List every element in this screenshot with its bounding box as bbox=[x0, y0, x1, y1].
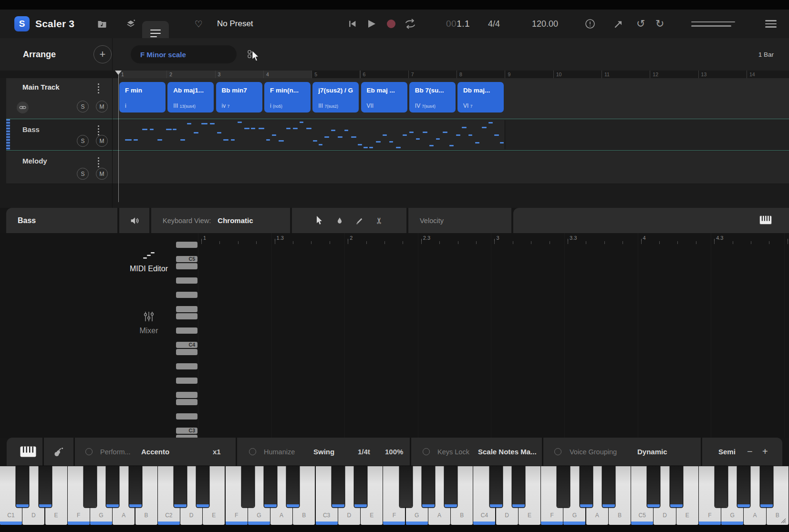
black-key[interactable] bbox=[602, 466, 615, 507]
perform-toggle[interactable] bbox=[85, 438, 93, 466]
black-key[interactable] bbox=[647, 466, 660, 507]
black-key[interactable] bbox=[174, 466, 187, 507]
roll-black-key[interactable] bbox=[176, 248, 197, 256]
roll-white-key[interactable] bbox=[176, 306, 197, 313]
black-key[interactable] bbox=[445, 466, 457, 507]
guitar-mode-button[interactable] bbox=[44, 438, 73, 466]
undo-button[interactable]: ↺ bbox=[636, 10, 645, 38]
main-menu-button[interactable] bbox=[765, 10, 777, 38]
pencil-tool-icon[interactable] bbox=[355, 216, 364, 225]
mute-button[interactable]: M bbox=[96, 168, 108, 180]
chord-block[interactable]: F min(n...i (no5) bbox=[264, 82, 311, 113]
keyboard-toggle-button[interactable] bbox=[759, 215, 772, 225]
roll-black-key[interactable] bbox=[176, 406, 197, 413]
black-key[interactable] bbox=[580, 466, 592, 507]
info-button[interactable] bbox=[585, 10, 595, 38]
roll-white-key[interactable]: C4 bbox=[176, 341, 197, 348]
roll-black-key[interactable] bbox=[176, 370, 197, 377]
velocity-section[interactable]: Velocity bbox=[408, 208, 511, 233]
roll-black-key[interactable] bbox=[176, 384, 197, 391]
humanize-amount[interactable]: 100% bbox=[385, 438, 403, 466]
semi-decrease-button[interactable]: − bbox=[747, 438, 753, 466]
solo-button[interactable]: S bbox=[77, 135, 89, 147]
roll-black-key[interactable] bbox=[176, 334, 197, 341]
browser-button[interactable] bbox=[97, 10, 107, 38]
midi-editor-grid[interactable] bbox=[198, 233, 789, 438]
roll-white-key[interactable] bbox=[176, 391, 197, 399]
preview-sound-button[interactable] bbox=[119, 208, 149, 233]
semi-increase-button[interactable]: + bbox=[762, 438, 768, 466]
chord-block[interactable]: j7(sus2) / GIII 7(sus2) bbox=[312, 82, 359, 113]
keyboard-panel-button[interactable] bbox=[13, 438, 42, 466]
solo-button[interactable]: S bbox=[77, 101, 89, 113]
record-button[interactable] bbox=[386, 10, 396, 38]
perform-value[interactable]: Accento bbox=[141, 438, 169, 466]
favorite-button[interactable]: ♡ bbox=[195, 10, 203, 38]
pointer-tool-icon[interactable] bbox=[315, 216, 324, 225]
roll-white-key[interactable] bbox=[176, 291, 197, 298]
roll-white-key[interactable] bbox=[176, 399, 197, 406]
roll-black-key[interactable] bbox=[176, 270, 197, 277]
piano-roll-keys[interactable]: C5C4C3 bbox=[176, 241, 197, 438]
black-key[interactable] bbox=[287, 466, 299, 507]
black-key[interactable] bbox=[512, 466, 525, 507]
track-menu-button[interactable] bbox=[98, 83, 99, 93]
black-key[interactable] bbox=[39, 466, 52, 507]
tempo-display[interactable]: 120.00 bbox=[532, 10, 558, 38]
sidebar-item-mixer[interactable]: Mixer bbox=[111, 311, 187, 335]
roll-white-key[interactable] bbox=[176, 413, 197, 420]
roll-white-key[interactable] bbox=[176, 313, 197, 320]
perform-multiplier[interactable]: x1 bbox=[213, 438, 221, 466]
playhead-marker[interactable] bbox=[115, 71, 122, 75]
chord-block[interactable]: Eb maj ...VII bbox=[361, 82, 407, 113]
black-key[interactable] bbox=[490, 466, 502, 507]
roll-white-key[interactable] bbox=[176, 434, 197, 438]
bar-length-selector[interactable]: 1 Bar bbox=[758, 38, 774, 71]
volume-slider[interactable] bbox=[691, 10, 735, 38]
share-button[interactable] bbox=[614, 10, 623, 38]
keys-lock-value[interactable]: Scale Notes Ma... bbox=[478, 438, 537, 466]
chord-block[interactable]: Bb min7iv 7 bbox=[216, 82, 262, 113]
chord-block[interactable]: Bb 7(su...IV 7(sus4) bbox=[409, 82, 456, 113]
black-key[interactable] bbox=[400, 466, 412, 507]
eraser-tool-icon[interactable] bbox=[335, 216, 344, 225]
roll-black-key[interactable] bbox=[176, 356, 197, 363]
roll-white-key[interactable] bbox=[176, 263, 197, 270]
solo-button[interactable]: S bbox=[77, 168, 89, 180]
black-key[interactable] bbox=[422, 466, 435, 507]
redo-button[interactable]: ↻ bbox=[655, 10, 664, 38]
black-key[interactable] bbox=[264, 466, 277, 507]
roll-black-key[interactable] bbox=[176, 298, 197, 306]
track-row-melody[interactable]: Melody S M bbox=[6, 151, 789, 184]
black-key[interactable] bbox=[332, 466, 344, 507]
black-key[interactable] bbox=[354, 466, 367, 507]
scale-selector[interactable]: F Minor scale bbox=[131, 45, 237, 63]
roll-white-key[interactable] bbox=[176, 277, 197, 284]
bass-midi-clip[interactable] bbox=[119, 120, 505, 149]
black-key[interactable] bbox=[129, 466, 142, 507]
chord-block[interactable]: Ab maj1...III 13(sus4) bbox=[167, 82, 214, 113]
roll-white-key[interactable] bbox=[176, 377, 197, 384]
chord-block[interactable]: F mini bbox=[119, 82, 166, 113]
playback-position[interactable]: 001.1 bbox=[446, 10, 470, 38]
roll-black-key[interactable] bbox=[176, 284, 197, 291]
keys-lock-toggle[interactable] bbox=[423, 438, 430, 466]
link-button[interactable] bbox=[17, 102, 29, 113]
time-signature[interactable]: 4/4 bbox=[488, 10, 500, 38]
roll-white-key[interactable] bbox=[176, 348, 197, 356]
humanize-value[interactable]: Swing bbox=[313, 438, 334, 466]
resize-handle[interactable] bbox=[779, 516, 786, 523]
black-key[interactable] bbox=[197, 466, 209, 507]
roll-white-key[interactable]: C5 bbox=[176, 256, 197, 263]
track-menu-button[interactable] bbox=[98, 125, 99, 135]
black-key[interactable] bbox=[84, 466, 96, 507]
chord-block[interactable]: Db maj...VI 7 bbox=[457, 82, 504, 113]
black-key[interactable] bbox=[760, 466, 773, 507]
roll-black-key[interactable] bbox=[176, 420, 197, 427]
mute-button[interactable]: M bbox=[96, 135, 108, 147]
roll-black-key[interactable] bbox=[176, 320, 197, 327]
roll-white-key[interactable] bbox=[176, 327, 197, 334]
humanize-rate[interactable]: 1/4t bbox=[358, 438, 370, 466]
skip-back-button[interactable] bbox=[348, 10, 357, 38]
keyboard-view-selector[interactable]: Keyboard View: Chromatic bbox=[151, 208, 290, 233]
